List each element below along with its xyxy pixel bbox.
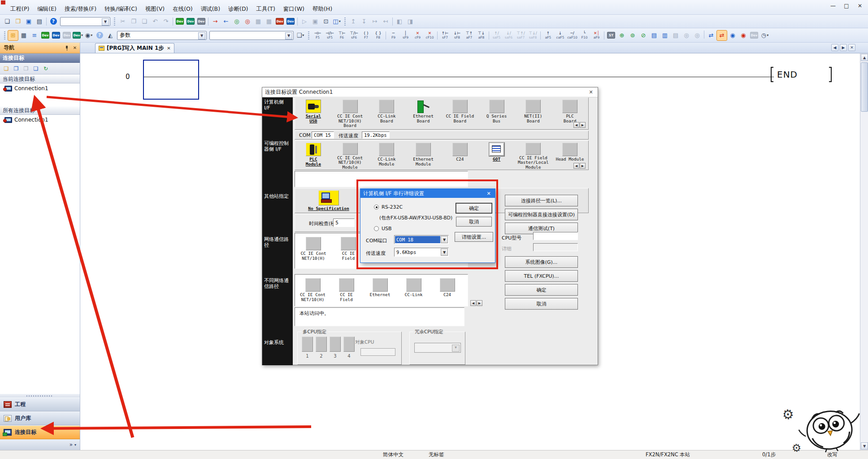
ladder-symbol-button[interactable]: ↑aF5 <box>542 30 554 41</box>
scroll-thumb[interactable] <box>861 62 868 112</box>
dialog-button[interactable]: 确定 <box>505 284 578 296</box>
menu-item[interactable]: 视图(V) <box>141 4 169 14</box>
scroll-left-icon[interactable]: ◀ <box>470 300 476 306</box>
device-option[interactable]: Ethernet <box>363 276 397 306</box>
print-icon[interactable]: ▤ <box>35 17 44 26</box>
detail-settings-button[interactable]: 详细设置... <box>455 232 493 242</box>
remote-run-icon[interactable]: ▷ <box>299 17 309 26</box>
close-icon[interactable]: ✕ <box>485 191 492 197</box>
ladder-symbol-button[interactable]: ⊤↓aF8 <box>475 30 487 41</box>
com-port-dropdown[interactable]: COM 18 ▼ <box>394 235 449 244</box>
dialog-button[interactable]: TEL (FXCPU)... <box>505 270 578 282</box>
device-display-icon[interactable]: Dev <box>73 31 83 40</box>
ladder-symbol-button[interactable]: ⊤↑/saF7 <box>515 30 527 41</box>
ladder-symbol-button[interactable]: ✕cF10 <box>424 30 436 41</box>
delete-row-icon[interactable]: ↧ <box>359 17 369 26</box>
find-contact-icon[interactable]: ◎ <box>681 31 691 40</box>
statement-display-icon[interactable]: ⇄ <box>717 31 727 40</box>
device-monitor-icon[interactable]: Dev <box>175 17 185 26</box>
device-option[interactable]: CC IE Cont NET/10(H) <box>296 235 331 268</box>
cancel-button[interactable]: 取消 <box>456 217 492 227</box>
close-icon[interactable]: ✕ <box>72 45 78 51</box>
device-test-on-icon[interactable]: ⊚ <box>628 31 638 40</box>
refresh-icon[interactable]: ↻ <box>41 64 50 73</box>
device-grid-icon[interactable]: Dev <box>51 31 61 40</box>
device-option[interactable]: CC IE Cont NET/10(H) Board <box>332 98 369 129</box>
device-option[interactable]: C24 <box>442 141 478 170</box>
cpu-select-box[interactable] <box>316 337 327 352</box>
menu-item[interactable]: 转换/编译(C) <box>100 4 141 14</box>
dialog-button[interactable]: 取消 <box>505 298 578 310</box>
device-option[interactable]: CC-Link Module <box>369 141 405 170</box>
panel-grip[interactable] <box>0 394 80 398</box>
undo-icon[interactable]: ↶ <box>150 17 160 26</box>
ladder-symbol-button[interactable]: ✕cF9 <box>412 30 424 41</box>
insert-row-icon[interactable]: ↥ <box>348 17 358 26</box>
menu-item[interactable]: 窗口(W) <box>279 4 308 14</box>
ladder-symbol-button[interactable]: ⊤↓/saF8 <box>527 30 539 41</box>
open-file-icon[interactable]: ❒ <box>13 17 23 26</box>
device-option[interactable]: CC IE Field <box>330 276 363 306</box>
ladder-symbol-button[interactable]: { }F8 <box>372 30 384 41</box>
edit-mode-icon[interactable]: ◧ <box>395 17 404 26</box>
dev-display2-icon[interactable]: Dev <box>749 31 759 40</box>
usb-radio[interactable]: USB <box>374 226 392 232</box>
device-batch-monitor-icon[interactable]: Dev <box>186 17 195 26</box>
program-list-icon[interactable]: ≡ <box>30 31 39 40</box>
read-mode-icon[interactable]: ◨ <box>405 17 415 26</box>
tab-scroll-left-icon[interactable]: ◀ <box>831 44 838 51</box>
device-write-icon[interactable]: Dev <box>275 17 285 26</box>
monitor-mode-icon[interactable]: ▦ <box>253 17 263 26</box>
maximize-button[interactable]: □ <box>840 1 853 11</box>
scroll-right-icon[interactable]: ▶ <box>477 300 482 306</box>
save-icon[interactable]: ▣ <box>24 17 34 26</box>
edit-connect-line-icon[interactable]: ⊕ <box>617 31 627 40</box>
new-file-icon[interactable]: ❏ <box>2 17 12 26</box>
monitor-window-icon[interactable]: ◫ <box>332 17 342 26</box>
new-connection-icon[interactable]: ❏ <box>2 64 11 73</box>
dialog-button[interactable]: 连接路径一览(L)... <box>505 195 578 206</box>
menu-item[interactable]: 帮助(H) <box>308 4 336 14</box>
toolbar-combo[interactable] <box>60 17 110 26</box>
chevron-down-icon[interactable]: ▼ <box>441 236 448 243</box>
close-icon[interactable]: ✕ <box>587 89 595 95</box>
paste-icon[interactable]: ❏ <box>139 17 149 26</box>
device-ref-icon[interactable]: Dev <box>62 31 72 40</box>
device-option[interactable]: Ethernet Board <box>405 98 442 129</box>
menu-item[interactable]: 调试(B) <box>197 4 224 14</box>
ladder-cursor[interactable] <box>143 60 199 100</box>
redo-icon[interactable]: ↷ <box>161 17 171 26</box>
comment-display-icon[interactable]: ⇄ <box>706 31 716 40</box>
device-option[interactable]: No Specification <box>295 188 362 213</box>
connection-info-icon[interactable]: ❏ <box>31 64 40 73</box>
tab-main-program[interactable]: [PRG]写入 MAIN 1步 ✕ <box>95 43 174 53</box>
monitor-write-mode-icon[interactable]: ▦ <box>264 17 274 26</box>
minimize-button[interactable]: — <box>827 1 839 11</box>
device-comment-icon[interactable]: ◉ <box>728 31 738 40</box>
navigation-window-icon[interactable]: ⊞ <box>8 31 18 40</box>
menu-item[interactable]: 编辑(E) <box>33 4 61 14</box>
read-from-plc-icon[interactable]: ← <box>221 17 231 26</box>
batch-edit-icon[interactable]: ◉ <box>738 31 748 40</box>
cpu-select[interactable]: 3 <box>330 337 341 358</box>
statement-list-icon[interactable]: ▤ <box>671 31 681 40</box>
connection-destination-button[interactable]: 连接目标 <box>0 425 80 439</box>
device-find-icon[interactable]: Dev <box>40 31 50 40</box>
ok-button[interactable]: 确定 <box>456 203 492 213</box>
device-option[interactable]: CC IE Cont NET/10(H) <box>296 276 330 306</box>
ladder-symbol-button[interactable]: ⊤/⊢sF6 <box>348 30 360 41</box>
ladder-symbol-button[interactable]: ↓/saF6 <box>503 30 515 41</box>
clock-setting-icon[interactable]: ◷ <box>760 31 770 40</box>
scroll-down-icon[interactable]: ▼ <box>861 442 868 450</box>
cpu-select-box[interactable] <box>302 337 313 352</box>
ladder-symbol-button[interactable]: ⊣/⊢sF5 <box>324 30 336 41</box>
scroll-up-icon[interactable]: ▲ <box>861 54 868 61</box>
find-icon[interactable]: ◭ <box>105 31 115 40</box>
insert-column-icon[interactable]: ↦ <box>370 17 380 26</box>
cpu-model-field[interactable] <box>533 232 578 240</box>
help-icon[interactable]: ? <box>48 17 58 26</box>
device-option[interactable]: C24 <box>430 276 464 306</box>
copy-connection-icon[interactable]: ❐ <box>12 64 21 73</box>
tab-scroll-right-icon[interactable]: ▶ <box>840 44 847 51</box>
device-option[interactable]: CC IE Field Board <box>442 98 478 129</box>
